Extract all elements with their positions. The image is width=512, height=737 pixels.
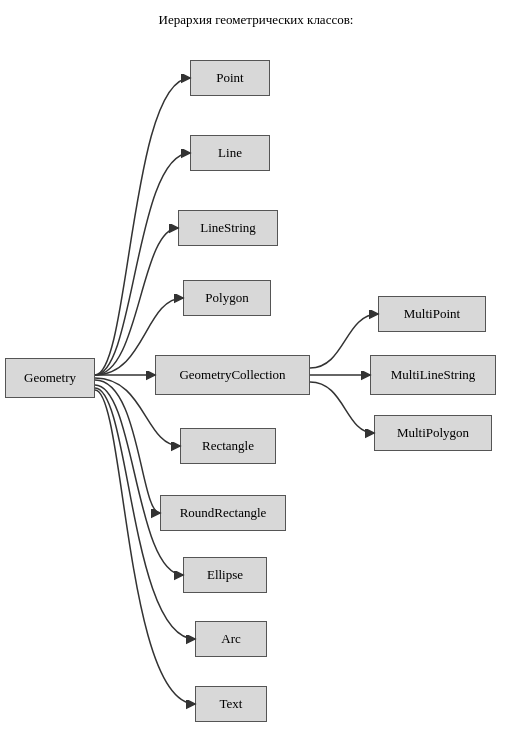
node-linestring: LineString — [178, 210, 278, 246]
node-multipolygon: MultiPolygon — [374, 415, 492, 451]
node-arc: Arc — [195, 621, 267, 657]
node-multipoint: MultiPoint — [378, 296, 486, 332]
node-polygon: Polygon — [183, 280, 271, 316]
node-text: Text — [195, 686, 267, 722]
node-geometrycollection: GeometryCollection — [155, 355, 310, 395]
node-geometry: Geometry — [5, 358, 95, 398]
node-point: Point — [190, 60, 270, 96]
node-rectangle: Rectangle — [180, 428, 276, 464]
node-roundrectangle: RoundRectangle — [160, 495, 286, 531]
node-multilinestring: MultiLineString — [370, 355, 496, 395]
page-title: Иерархия геометрических классов: — [159, 12, 354, 28]
node-line: Line — [190, 135, 270, 171]
node-ellipse: Ellipse — [183, 557, 267, 593]
